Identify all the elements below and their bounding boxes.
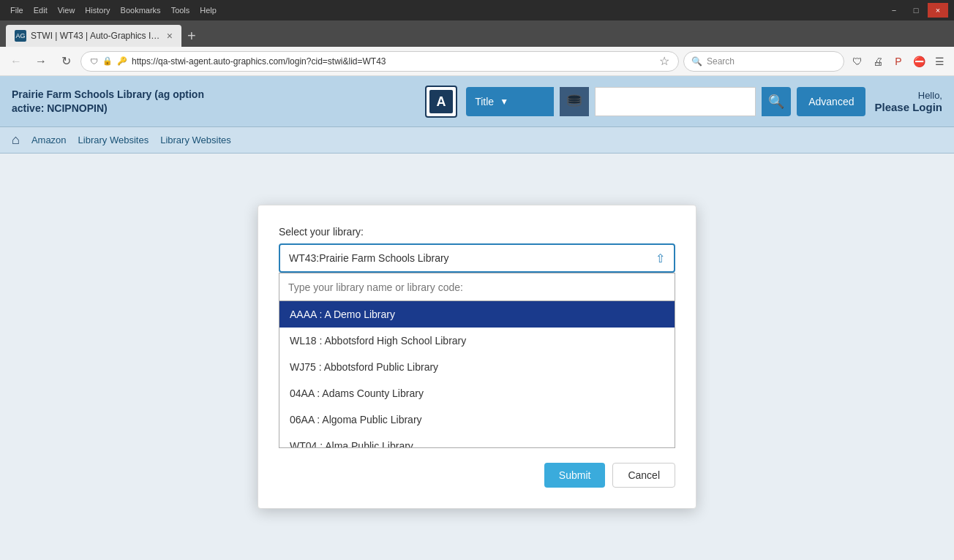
address-input[interactable]: 🛡 🔒 🔑 https://qa-stwi-agent.auto-graphic… bbox=[80, 51, 679, 72]
ag-logo: A bbox=[425, 86, 457, 118]
library-name-line2: active: NCIPNOPIN) bbox=[12, 102, 416, 115]
browser-search-box[interactable]: 🔍 Search bbox=[683, 51, 844, 72]
title-bar: File Edit View History Bookmarks Tools H… bbox=[0, 0, 954, 20]
security-icon: 🛡 bbox=[90, 57, 98, 66]
select-library-label: Select your library: bbox=[279, 226, 675, 238]
library-list-item[interactable]: 06AA : Algoma Public Library bbox=[279, 406, 675, 433]
close-button[interactable]: × bbox=[928, 3, 948, 18]
svg-text:A: A bbox=[437, 94, 446, 109]
menu-bookmarks[interactable]: Bookmarks bbox=[116, 4, 165, 16]
tab-title: STWI | WT43 | Auto-Graphics In... bbox=[31, 31, 162, 41]
privacy-icon[interactable]: P bbox=[890, 53, 907, 70]
key-icon: 🔑 bbox=[117, 56, 127, 66]
hello-label: Hello, bbox=[874, 90, 942, 101]
library-list-item[interactable]: WJ75 : Abbotsford Public Library bbox=[279, 354, 675, 380]
browser-window: File Edit View History Bookmarks Tools H… bbox=[0, 0, 954, 560]
library-search-input[interactable] bbox=[279, 273, 675, 301]
maximize-button[interactable]: □ bbox=[906, 3, 926, 18]
toolbar-icons: 🛡 🖨 P ⛔ ☰ bbox=[849, 53, 948, 70]
home-nav-icon[interactable]: ⌂ bbox=[12, 132, 20, 148]
ublock-icon[interactable]: ⛔ bbox=[910, 53, 928, 70]
nav-bar: ⌂ Amazon Library Websites Library Websit… bbox=[0, 127, 954, 154]
library-list-item[interactable]: AAAA : A Demo Library bbox=[279, 301, 675, 328]
please-login-link[interactable]: Please Login bbox=[874, 101, 942, 113]
active-tab[interactable]: AG STWI | WT43 | Auto-Graphics In... × bbox=[6, 25, 181, 47]
database-icon[interactable] bbox=[560, 87, 589, 116]
menu-icon[interactable]: ☰ bbox=[931, 53, 948, 70]
back-button[interactable]: ← bbox=[6, 51, 26, 72]
library-list-item[interactable]: 04AA : Adams County Library bbox=[279, 380, 675, 406]
window-controls: − □ × bbox=[884, 3, 948, 18]
menu-history[interactable]: History bbox=[80, 4, 114, 16]
menu-help[interactable]: Help bbox=[195, 4, 221, 16]
menu-bar: File Edit View History Bookmarks Tools H… bbox=[6, 4, 221, 16]
pocket-icon[interactable]: 🛡 bbox=[849, 53, 866, 70]
search-button[interactable]: 🔍 bbox=[762, 87, 791, 116]
advanced-search-button[interactable]: Advanced bbox=[797, 87, 865, 116]
menu-edit[interactable]: Edit bbox=[29, 4, 52, 16]
search-area: Title ▼ 🔍 Advanced bbox=[466, 87, 865, 116]
menu-tools[interactable]: Tools bbox=[167, 4, 195, 16]
app-header: Prairie Farm Schools Library (ag option … bbox=[0, 76, 954, 127]
tab-bar: AG STWI | WT43 | Auto-Graphics In... × + bbox=[0, 20, 954, 47]
forward-button[interactable]: → bbox=[31, 51, 51, 72]
search-magnifier-icon: 🔍 bbox=[768, 94, 784, 110]
tab-close-button[interactable]: × bbox=[167, 30, 173, 42]
print-icon[interactable]: 🖨 bbox=[869, 53, 887, 70]
bookmark-star-icon[interactable]: ☆ bbox=[659, 54, 669, 68]
address-bar: ← → ↻ 🛡 🔒 🔑 https://qa-stwi-agent.auto-g… bbox=[0, 47, 954, 76]
search-type-dropdown[interactable]: Title ▼ bbox=[466, 87, 554, 116]
library-select-modal: Select your library: WT43:Prairie Farm S… bbox=[258, 205, 696, 509]
nav-link-library-websites-2[interactable]: Library Websites bbox=[160, 135, 231, 145]
minimize-button[interactable]: − bbox=[884, 3, 904, 18]
search-placeholder-text: Search bbox=[707, 56, 735, 67]
lock-icon: 🔒 bbox=[102, 56, 113, 66]
library-list-item[interactable]: WL18 : Abbotsford High School Library bbox=[279, 328, 675, 354]
library-select-display[interactable]: WT43:Prairie Farm Schools Library ⇧ bbox=[279, 243, 675, 273]
library-name-line1: Prairie Farm Schools Library (ag option bbox=[12, 88, 416, 101]
cancel-button[interactable]: Cancel bbox=[612, 463, 675, 488]
new-tab-button[interactable]: + bbox=[181, 25, 202, 47]
url-text: https://qa-stwi-agent.auto-graphics.com/… bbox=[132, 56, 655, 67]
search-input[interactable] bbox=[595, 87, 756, 116]
menu-view[interactable]: View bbox=[53, 4, 80, 16]
library-info: Prairie Farm Schools Library (ag option … bbox=[12, 88, 416, 114]
hello-section: Hello, Please Login bbox=[874, 90, 942, 113]
menu-file[interactable]: File bbox=[6, 4, 28, 16]
selected-library-value: WT43:Prairie Farm Schools Library bbox=[289, 252, 449, 264]
search-glass-icon: 🔍 bbox=[691, 56, 702, 67]
library-dropdown: AAAA : A Demo LibraryWL18 : Abbotsford H… bbox=[279, 273, 675, 448]
library-list: AAAA : A Demo LibraryWL18 : Abbotsford H… bbox=[279, 301, 675, 447]
nav-link-library-websites-1[interactable]: Library Websites bbox=[78, 135, 149, 145]
search-type-label: Title bbox=[475, 96, 494, 107]
nav-link-amazon[interactable]: Amazon bbox=[31, 135, 67, 145]
chevron-up-icon: ⇧ bbox=[656, 251, 665, 265]
library-list-item[interactable]: WT04 : Alma Public Library bbox=[279, 433, 675, 447]
submit-button[interactable]: Submit bbox=[544, 463, 606, 488]
refresh-button[interactable]: ↻ bbox=[56, 51, 76, 72]
dropdown-chevron-icon: ▼ bbox=[500, 97, 508, 107]
modal-actions: Submit Cancel bbox=[279, 463, 675, 488]
ag-logo-image: A bbox=[429, 90, 453, 113]
tab-favicon: AG bbox=[15, 30, 26, 42]
main-content: Select your library: WT43:Prairie Farm S… bbox=[0, 154, 954, 560]
